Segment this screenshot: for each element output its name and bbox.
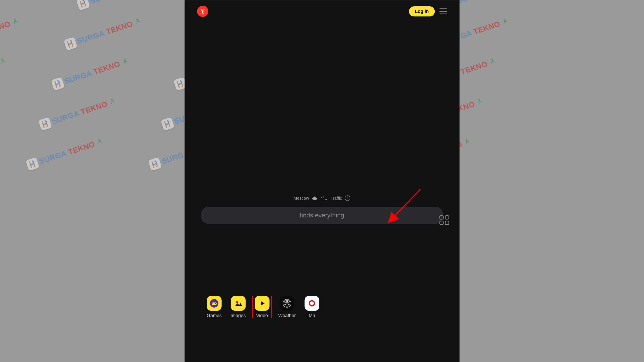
login-button[interactable]: Log in [409,6,434,16]
watermark-logo-icon [26,157,40,171]
watermark-man-icon [133,16,144,27]
svg-point-31 [285,302,289,305]
shortcut-label: Images [230,313,246,318]
shortcut-row: GamesImagesVideoWeatherMa [185,296,459,318]
watermark-logo-icon [148,157,162,171]
shortcut-games[interactable]: Games [207,296,222,318]
watermark-text: SURGA TEKNO [76,20,134,46]
watermark-man-icon [95,137,106,147]
svg-point-34 [310,301,314,306]
svg-point-27 [212,303,214,304]
maps-icon [304,296,319,311]
watermark-man-icon [108,97,118,107]
info-line: Moscow 4°C Traffic 4 [185,196,459,201]
shortcut-label: Weather [278,313,296,318]
shortcut-label: Ma [309,313,315,318]
watermark-text: SURGA TEKNO [51,100,109,126]
games-icon [207,296,222,311]
watermark-man-icon [488,56,498,67]
topbar: Y Log in [185,0,459,22]
watermark-man-icon [475,97,486,107]
yandex-logo-letter: Y [200,8,205,15]
svg-point-24 [466,139,468,141]
mid-section: Moscow 4°C Traffic 4 finds everything [185,196,459,224]
shortcut-maps[interactable]: Ma [304,296,319,318]
watermark-text: SURGA TEKNO [0,20,12,46]
watermark-text: SURGA TEKNO [0,0,24,6]
all-services-icon[interactable] [440,215,449,225]
menu-icon[interactable] [439,8,447,14]
city-label[interactable]: Moscow [294,196,309,201]
search-input[interactable]: finds everything [201,207,443,224]
watermark-tile: SURGA TEKNO [0,55,9,91]
watermark-tile: SURGA TEKNO [38,96,119,131]
watermark-man-icon [462,137,473,147]
svg-point-29 [236,301,238,303]
svg-point-5 [14,18,16,20]
watermark-logo-icon [51,77,65,91]
svg-point-19 [478,98,480,101]
shortcut-weather[interactable]: Weather [278,296,296,318]
svg-point-11 [124,58,126,60]
watermark-man-icon [500,16,511,27]
watermark-text: SURGA TEKNO [456,0,514,6]
watermark-tile: SURGA TEKNO [76,0,156,10]
watermark-man-icon [0,56,8,67]
svg-point-28 [215,303,216,304]
watermark-logo-icon [64,37,78,51]
svg-point-30 [286,302,288,304]
svg-point-21 [98,139,100,141]
shortcut-label: Games [207,313,222,318]
watermark-tile: SURGA TEKNO [26,136,106,171]
svg-point-10 [1,58,3,60]
watermark-text: SURGA TEKNO [38,140,96,166]
weather-icon [280,296,294,311]
yandex-logo-icon[interactable]: Y [197,6,208,17]
topbar-right: Log in [409,6,447,16]
watermark-man-icon [10,16,21,27]
shortcut-label: Video [256,313,268,318]
watermark-tile: SURGA TEKNO [51,55,131,91]
weather-cloud-icon [312,196,318,200]
watermark-logo-icon [38,117,52,131]
video-icon [254,296,269,311]
traffic-level-badge[interactable]: 4 [345,196,350,201]
temperature-label[interactable]: 4°C [320,196,328,201]
search-placeholder: finds everything [300,212,344,219]
watermark-text: SURGA TEKNO [63,60,121,86]
phone-screen: Y Log in Moscow 4°C Traffic 4 finds ever… [184,0,460,362]
watermark-man-icon [120,56,131,67]
shortcut-video[interactable]: Video [254,296,269,318]
svg-point-9 [504,18,506,20]
svg-point-6 [136,18,138,20]
watermark-text: SURGA TEKNO [89,0,147,6]
watermark-logo-icon [76,0,90,10]
svg-rect-26 [212,302,217,305]
watermark-logo-icon [161,117,174,131]
watermark-tile: SURGA TEKNO [0,15,22,51]
shortcut-images[interactable]: Images [230,296,246,318]
images-icon [231,296,246,311]
watermark-tile: SURGA TEKNO [0,0,34,10]
svg-point-14 [491,58,493,60]
svg-point-16 [111,98,113,101]
watermark-tile: SURGA TEKNO [64,15,144,51]
traffic-label[interactable]: Traffic [330,196,342,201]
